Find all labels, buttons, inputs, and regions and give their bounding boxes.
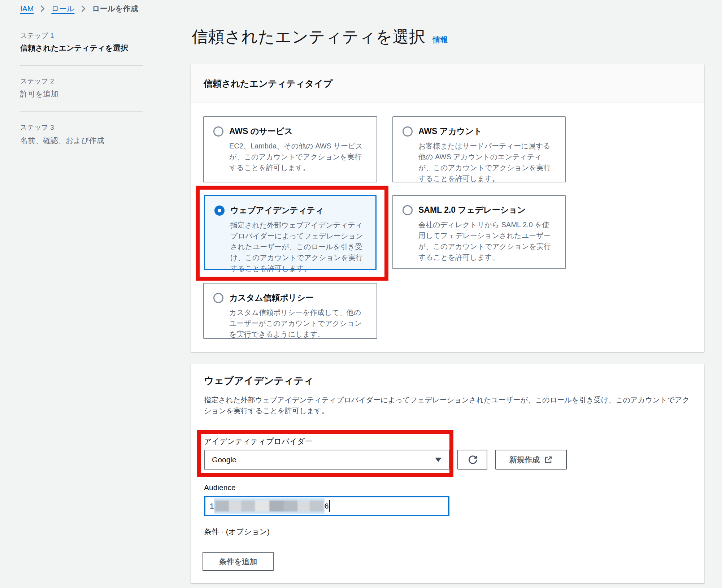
- option-title: AWS のサービス: [229, 126, 293, 137]
- option-description: 会社のディレクトリから SAML 2.0 を使用してフェデレーションされたユーザ…: [418, 219, 556, 263]
- step1-title: 信頼されたエンティティを選択: [20, 43, 143, 53]
- breadcrumb-current: ロールを作成: [92, 4, 138, 14]
- option-description: カスタム信頼ポリシーを作成して、他のユーザーがこのアカウントでアクションを実行で…: [229, 307, 367, 340]
- option-aws-account[interactable]: AWS アカウント お客様またはサードパーティーに属する他の AWS アカウント…: [392, 116, 566, 182]
- option-title: SAML 2.0 フェデレーション: [418, 204, 526, 216]
- radio-unselected-icon[interactable]: [403, 126, 413, 137]
- trusted-entity-type-panel: 信頼されたエンティティタイプ AWS のサービス EC2、Lambda、その他の…: [191, 64, 704, 352]
- audience-value-prefix: 1: [210, 502, 214, 510]
- refresh-icon: [467, 454, 478, 465]
- audience-value-suffix: 6: [325, 502, 329, 510]
- redacted-value-block: [214, 498, 325, 514]
- add-condition-label: 条件を追加: [219, 557, 257, 567]
- step3-title: 名前、確認、および作成: [20, 135, 143, 146]
- radio-unselected-icon[interactable]: [213, 126, 223, 137]
- divider: [20, 65, 143, 66]
- create-new-provider-button[interactable]: 新規作成: [495, 450, 567, 470]
- option-title: カスタム信頼ポリシー: [229, 292, 314, 303]
- option-description: EC2、Lambda、その他の AWS サービスが、このアカウントでアクションを…: [229, 140, 367, 173]
- option-web-identity[interactable]: ウェブアイデンティティ 指定された外部ウェブアイデンティティプロバイダーによって…: [204, 195, 377, 270]
- option-aws-service[interactable]: AWS のサービス EC2、Lambda、その他の AWS サービスが、このアカ…: [203, 116, 377, 182]
- add-condition-button[interactable]: 条件を追加: [203, 552, 274, 571]
- iam-create-role-page: IAM ロール ロールを作成 ステップ 1 信頼されたエンティティを選択 ステッ…: [0, 0, 722, 588]
- identity-provider-select[interactable]: Google: [204, 450, 449, 470]
- condition-label: 条件 - (オプション): [204, 527, 270, 537]
- dropdown-caret-icon: [435, 458, 442, 462]
- breadcrumb: IAM ロール ロールを作成: [20, 4, 138, 14]
- identity-provider-value: Google: [212, 455, 236, 464]
- divider: [20, 111, 143, 112]
- step3-label: ステップ 3: [20, 123, 143, 132]
- text-cursor: [329, 500, 330, 512]
- option-description: 指定された外部ウェブアイデンティティプロバイダーによってフェデレーションされたユ…: [230, 220, 366, 274]
- audience-label: Audience: [204, 483, 236, 492]
- option-custom-trust-policy[interactable]: カスタム信頼ポリシー カスタム信頼ポリシーを作成して、他のユーザーがこのアカウン…: [203, 283, 377, 339]
- web-identity-description: 指定された外部ウェブアイデンティティプロバイダーによってフェデレーションされたユ…: [204, 394, 695, 416]
- option-title: ウェブアイデンティティ: [230, 205, 324, 216]
- option-description: お客様またはサードパーティーに属する他の AWS アカウントのエンティティが、こ…: [418, 140, 556, 184]
- external-link-icon: [544, 455, 553, 464]
- radio-unselected-icon[interactable]: [403, 205, 413, 215]
- breadcrumb-link-iam[interactable]: IAM: [20, 4, 34, 13]
- option-saml-federation[interactable]: SAML 2.0 フェデレーション 会社のディレクトリから SAML 2.0 を…: [392, 195, 566, 269]
- step1-label: ステップ 1: [20, 31, 143, 40]
- refresh-button[interactable]: [457, 450, 487, 470]
- identity-provider-label: アイデンティティプロバイダー: [204, 436, 312, 446]
- info-link[interactable]: 情報: [433, 35, 448, 45]
- web-identity-heading: ウェブアイデンティティ: [204, 374, 314, 387]
- radio-unselected-icon[interactable]: [213, 293, 223, 303]
- option-title: AWS アカウント: [418, 126, 482, 137]
- breadcrumb-link-roles[interactable]: ロール: [51, 4, 74, 14]
- wizard-steps-nav: ステップ 1 信頼されたエンティティを選択 ステップ 2 許可を追加 ステップ …: [20, 31, 143, 154]
- web-identity-panel: ウェブアイデンティティ 指定された外部ウェブアイデンティティプロバイダーによって…: [191, 364, 704, 583]
- chevron-right-icon: [40, 5, 45, 12]
- panel-header-title: 信頼されたエンティティタイプ: [204, 78, 332, 90]
- radio-selected-icon[interactable]: [214, 206, 225, 216]
- chevron-right-icon: [81, 5, 86, 12]
- panel-header: 信頼されたエンティティタイプ: [191, 64, 704, 103]
- step2-label: ステップ 2: [20, 77, 143, 86]
- page-title: 信頼されたエンティティを選択: [192, 26, 426, 48]
- audience-input[interactable]: 1 6: [204, 496, 449, 516]
- step2-title: 許可を追加: [20, 89, 143, 99]
- create-new-label: 新規作成: [509, 455, 540, 465]
